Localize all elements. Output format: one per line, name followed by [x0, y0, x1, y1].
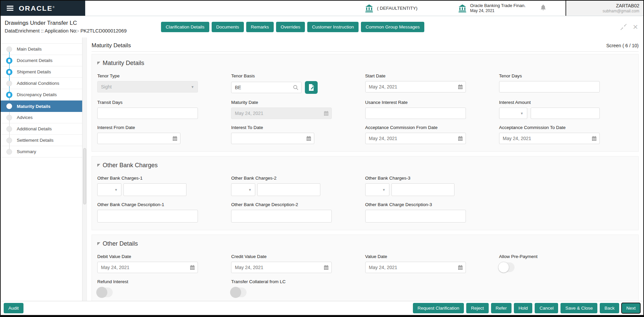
input-value: May 24, 2021: [235, 265, 263, 270]
field-acceptance-commission-from-date: Acceptance Commission From Date May 24, …: [365, 125, 499, 144]
value-date-input[interactable]: May 24, 2021: [365, 262, 466, 273]
sidebar-item-maturity-details[interactable]: Maturity Details: [1, 101, 82, 112]
calendar-icon[interactable]: [458, 265, 463, 270]
interest-from-date-input[interactable]: [97, 133, 180, 144]
calendar-icon[interactable]: [324, 265, 329, 270]
sidebar-item-summary[interactable]: Summary: [1, 146, 82, 157]
request-clarification-button[interactable]: Request Clarification: [413, 303, 464, 313]
field-credit-value-date: Credit Value Date May 24, 2021: [231, 254, 365, 273]
interest-amount-currency-select[interactable]: ▼: [499, 108, 527, 119]
sidebar-item-advices[interactable]: Advices: [1, 112, 82, 123]
other-bank-charges-3-input[interactable]: [391, 183, 454, 196]
sidebar-item-additional-details[interactable]: Additional Details: [1, 123, 82, 135]
field-other-bank-charge-description-2: Other Bank Charge Description-2: [231, 202, 365, 223]
field-other-bank-charges-3: Other Bank Charges-3 ▼: [365, 176, 499, 196]
scrollbar-thumb[interactable]: [83, 148, 86, 204]
cancel-button[interactable]: Cancel: [535, 303, 558, 313]
refer-button[interactable]: Refer: [491, 303, 512, 313]
sidebar-item-additional-conditions[interactable]: Additional Conditions: [1, 78, 82, 89]
section-header[interactable]: Other Bank Charges: [97, 162, 633, 169]
footer-bar: Audit Request Clarification Reject Refer…: [1, 301, 643, 315]
interest-to-date-input[interactable]: [231, 133, 314, 144]
refund-interest-toggle[interactable]: [97, 288, 113, 297]
entity-group[interactable]: ( DEFAULTENTITY): [365, 4, 418, 13]
other-bank-charge-description-1-input[interactable]: [97, 210, 198, 223]
sidebar-item-settlement-details[interactable]: Settlement Details: [1, 135, 82, 146]
audit-button[interactable]: Audit: [4, 303, 23, 313]
sidebar-item-label: Additional Conditions: [17, 81, 59, 86]
documents-button[interactable]: Documents: [212, 22, 244, 32]
overrides-button[interactable]: Overrides: [276, 22, 305, 32]
save-close-button[interactable]: Save & Close: [560, 303, 597, 313]
other-bank-charges-2-currency-select[interactable]: ▼: [231, 183, 255, 196]
top-bar: ORACLE® ( DEFAULTENTITY) Oracle Banking …: [1, 1, 643, 16]
content-scrollbar[interactable]: [83, 38, 87, 301]
app-bank-icon: [458, 4, 467, 13]
remarks-button[interactable]: Remarks: [246, 22, 274, 32]
field-label: Debit Value Date: [97, 254, 231, 259]
tenor-basis-input[interactable]: BE: [231, 82, 302, 93]
other-bank-charges-1-currency-select[interactable]: ▼: [97, 183, 121, 196]
section-header[interactable]: Maturity Details: [97, 60, 633, 67]
other-bank-charges-1-input[interactable]: [123, 183, 186, 196]
calendar-icon[interactable]: [458, 136, 463, 141]
collapse-triangle-icon: [97, 62, 100, 65]
sidebar-item-label: Settlement Details: [17, 138, 54, 143]
hamburger-menu-icon[interactable]: [7, 6, 13, 11]
common-group-messages-button[interactable]: Common Group Messages: [361, 22, 424, 32]
customer-instruction-button[interactable]: Customer Instruction: [307, 22, 359, 32]
field-label: Other Bank Charges-2: [231, 176, 365, 181]
usance-interest-rate-input[interactable]: [365, 108, 466, 119]
task-window-icons: ×: [620, 24, 643, 30]
input-value: May 24, 2021: [369, 84, 397, 89]
transit-days-input[interactable]: [97, 108, 198, 119]
other-bank-charges-2-input[interactable]: [257, 183, 320, 196]
other-bank-charges-3-currency-select[interactable]: ▼: [365, 183, 389, 196]
credit-value-date-input[interactable]: May 24, 2021: [231, 262, 332, 273]
tenor-basis-edit-button[interactable]: [305, 81, 318, 94]
collapse-triangle-icon: [97, 242, 100, 245]
field-label: Allow Pre-Payment: [499, 254, 633, 259]
field-tenor-basis: Tenor Basis BE: [231, 73, 365, 94]
app-group[interactable]: Oracle Banking Trade Finan. May 24, 2021: [458, 3, 526, 13]
sidebar-item-label: Advices: [17, 115, 33, 120]
sidebar-item-document-details[interactable]: Document Details: [1, 55, 82, 66]
interest-amount-input[interactable]: [531, 108, 600, 119]
other-details-spacer: [365, 279, 499, 301]
notifications-button[interactable]: [540, 4, 547, 13]
sidebar-item-discrepancy-details[interactable]: Discrepancy Details: [1, 89, 82, 101]
calendar-icon[interactable]: [306, 136, 311, 141]
debit-value-date-input[interactable]: May 24, 2021: [97, 262, 198, 273]
sidebar: Main Details Document Details Shipment D…: [1, 38, 83, 301]
section-header[interactable]: Other Details: [97, 240, 633, 247]
sidebar-item-shipment-details[interactable]: Shipment Details: [1, 66, 82, 78]
next-button[interactable]: Next: [622, 303, 640, 313]
other-bank-charge-description-3-input[interactable]: [365, 210, 466, 223]
clarification-details-button[interactable]: Clarification Details: [161, 22, 209, 32]
start-date-input[interactable]: May 24, 2021: [365, 81, 466, 92]
acceptance-commission-from-date-input[interactable]: May 24, 2021: [365, 133, 466, 144]
search-icon[interactable]: [293, 85, 299, 90]
close-icon[interactable]: ×: [633, 24, 638, 30]
back-button[interactable]: Back: [600, 303, 619, 313]
transfer-collateral-from-lc-toggle[interactable]: [231, 288, 247, 297]
field-label: Other Bank Charge Description-1: [97, 202, 231, 207]
reject-button[interactable]: Reject: [466, 303, 488, 313]
sidebar-item-main-details[interactable]: Main Details: [1, 44, 82, 55]
chevron-down-icon: ▼: [382, 188, 386, 192]
oracle-logo: ORACLE®: [19, 4, 55, 12]
user-block[interactable]: ZARTAB02 subham@gmail.com: [566, 1, 643, 16]
acceptance-commission-to-date-input[interactable]: May 24, 2021: [499, 133, 600, 144]
calendar-icon[interactable]: [592, 136, 597, 141]
step-active-icon: [6, 104, 12, 109]
other-bank-charge-description-2-input[interactable]: [231, 210, 332, 223]
hold-button[interactable]: Hold: [514, 303, 533, 313]
allow-pre-payment-toggle[interactable]: [499, 262, 515, 272]
field-label: Transit Days: [97, 100, 231, 105]
field-label: Interest Amount: [499, 100, 633, 105]
calendar-icon[interactable]: [458, 84, 463, 89]
calendar-icon[interactable]: [190, 265, 195, 270]
collapse-icon[interactable]: [620, 24, 627, 30]
tenor-days-input[interactable]: [499, 81, 600, 92]
calendar-icon[interactable]: [172, 136, 177, 141]
